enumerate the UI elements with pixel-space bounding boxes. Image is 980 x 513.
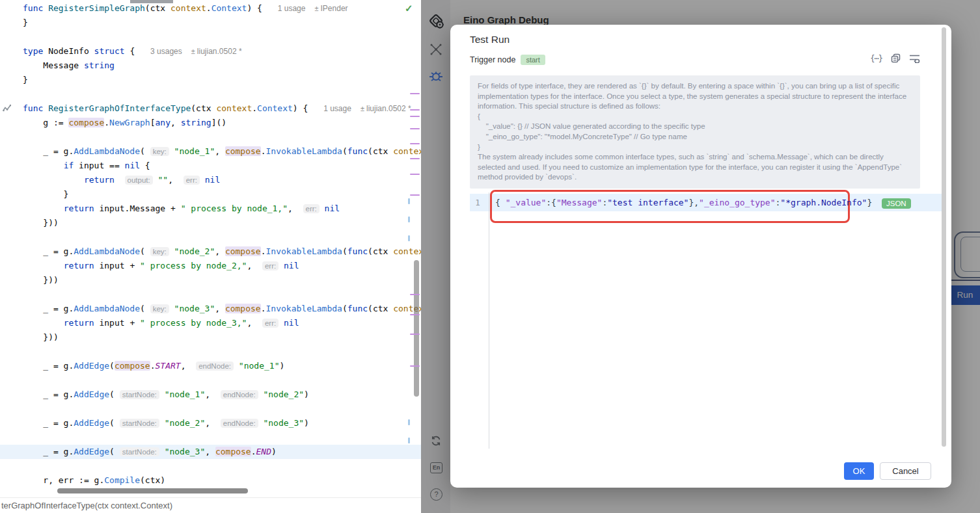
code-token bbox=[234, 361, 239, 371]
code-token: ( bbox=[140, 246, 150, 256]
code-line[interactable]: return input + " process by node_2,", er… bbox=[0, 259, 421, 273]
code-token bbox=[169, 146, 174, 156]
code-line[interactable] bbox=[0, 345, 421, 359]
code-token bbox=[159, 447, 165, 456]
code-token: endNode: bbox=[221, 390, 258, 399]
code-line[interactable]: })) bbox=[0, 330, 421, 345]
code-line[interactable] bbox=[0, 459, 421, 473]
code-line[interactable]: Message string bbox=[0, 59, 421, 73]
code-token bbox=[159, 389, 165, 399]
code-line[interactable]: _ = g.AddLambdaNode( key: "node_1", comp… bbox=[0, 144, 421, 159]
code-line[interactable] bbox=[0, 287, 421, 302]
code-token: "node_1" bbox=[174, 146, 215, 156]
code-token: { bbox=[140, 161, 150, 170]
code-token: type bbox=[23, 46, 48, 56]
code-token: 1 usage bbox=[278, 4, 306, 13]
code-token: err: bbox=[303, 204, 320, 213]
dialog-scrollbar[interactable] bbox=[942, 27, 946, 447]
line-number: 1 bbox=[470, 194, 485, 211]
info-mark bbox=[408, 198, 410, 204]
code-line[interactable]: _ = g.AddLambdaNode( key: "node_2", comp… bbox=[0, 244, 421, 259]
code-line[interactable]: })) bbox=[0, 216, 421, 230]
code-token: compose bbox=[225, 304, 261, 313]
horizontal-scrollbar[interactable] bbox=[57, 488, 248, 493]
code-token: compose bbox=[68, 118, 104, 127]
language-badge: JSON bbox=[882, 198, 911, 209]
code-token: })) bbox=[23, 218, 59, 228]
code-token: startNode: bbox=[120, 419, 159, 428]
code-line[interactable] bbox=[0, 402, 421, 416]
info-mark bbox=[408, 438, 410, 443]
copy-icon[interactable] bbox=[891, 53, 901, 63]
code-token: func bbox=[23, 103, 48, 113]
code-token: ) { bbox=[247, 3, 267, 13]
code-line[interactable]: if input == nil { bbox=[0, 159, 421, 173]
vertical-scrollbar[interactable] bbox=[414, 260, 419, 397]
code-token: if bbox=[64, 161, 74, 170]
code-token: compose bbox=[225, 146, 261, 156]
code-token: Context bbox=[211, 3, 247, 13]
code-token: _ = g. bbox=[23, 361, 74, 371]
code-line[interactable]: _ = g.AddEdge( startNode: "node_2", endN… bbox=[0, 416, 421, 430]
code-token: _ = g. bbox=[23, 246, 74, 256]
code-token: _ = g. bbox=[23, 304, 74, 313]
code-line[interactable] bbox=[0, 130, 421, 144]
inspections-ok-icon[interactable]: ✓ bbox=[405, 3, 413, 14]
code-token: ) bbox=[271, 447, 277, 456]
code-token: . bbox=[261, 304, 266, 313]
code-token: _ = g. bbox=[23, 389, 74, 399]
code-line[interactable]: })) bbox=[0, 273, 421, 287]
code-line[interactable]: func RegisterGraphOfInterfaceType(ctx co… bbox=[0, 101, 421, 116]
code-token: } bbox=[867, 198, 872, 207]
ok-button[interactable]: OK bbox=[844, 462, 874, 480]
code-line[interactable]: _ = g.AddEdge( startNode: "node_1", endN… bbox=[0, 388, 421, 402]
code-line[interactable]: _ = g.AddEdge(compose.START, endNode: "n… bbox=[0, 359, 421, 373]
code-token: ( bbox=[109, 361, 115, 371]
code-line[interactable]: } bbox=[0, 16, 421, 30]
code-token: return bbox=[84, 175, 115, 185]
code-line[interactable]: return input + " process by node_3,", er… bbox=[0, 316, 421, 330]
code-token: "node_2" bbox=[263, 389, 304, 399]
format-json-icon[interactable]: {⋯} bbox=[870, 54, 882, 63]
code-line[interactable]: return output: "", err: nil bbox=[0, 173, 421, 187]
code-line[interactable]: type NodeInfo struct { 3 usagesliujian.0… bbox=[0, 44, 421, 59]
code-token: liujian.0502 * bbox=[191, 47, 242, 56]
code-line[interactable]: return input.Message + " process by node… bbox=[0, 202, 421, 216]
code-line[interactable]: g := compose.NewGraph[any, string]() bbox=[0, 116, 421, 130]
wrap-lines-icon[interactable] bbox=[909, 53, 920, 63]
code-token: "_eino_go_type" bbox=[699, 198, 775, 207]
code-line[interactable] bbox=[0, 87, 421, 101]
code-line[interactable]: func RegisterSimpleGraph(ctx context.Con… bbox=[0, 1, 421, 16]
breadcrumb[interactable]: terGraphOfInterfaceType(ctx context.Cont… bbox=[0, 497, 422, 513]
code-token: nil bbox=[325, 204, 340, 213]
cancel-button[interactable]: Cancel bbox=[880, 462, 931, 480]
code-line[interactable]: _ = g.AddLambdaNode( key: "node_3", comp… bbox=[0, 302, 421, 316]
code-line[interactable] bbox=[0, 373, 421, 388]
code-line[interactable]: } bbox=[0, 187, 421, 202]
code-line[interactable] bbox=[0, 430, 421, 445]
code-token: , bbox=[215, 146, 225, 156]
code-line[interactable]: _ = g.AddEdge( startNode: "node_3", comp… bbox=[0, 445, 421, 459]
code-line[interactable]: r, err := g.Compile(ctx) bbox=[0, 473, 421, 488]
code-token: :{ bbox=[546, 198, 556, 207]
code-token: , bbox=[170, 118, 181, 127]
info-mark bbox=[408, 419, 410, 425]
code-token: return bbox=[64, 318, 94, 328]
json-input[interactable]: { "_value":{"Message":"test interface"},… bbox=[495, 194, 872, 211]
eino-graph-gutter-icon[interactable] bbox=[3, 103, 11, 115]
code-line[interactable]: } bbox=[0, 73, 421, 87]
code-area[interactable]: func RegisterSimpleGraph(ctx context.Con… bbox=[0, 1, 421, 488]
code-token bbox=[320, 204, 325, 213]
code-token: { bbox=[125, 46, 140, 56]
code-token: any bbox=[156, 118, 170, 127]
code-token bbox=[169, 246, 174, 256]
code-line[interactable] bbox=[0, 230, 421, 244]
code-token: , bbox=[205, 389, 220, 399]
code-token: return bbox=[64, 261, 94, 270]
code-token: "test interface" bbox=[607, 198, 688, 207]
code-token: " process by node_2," bbox=[140, 261, 247, 270]
code-token: "node_1" bbox=[165, 389, 206, 399]
code-token: input + bbox=[94, 318, 140, 328]
code-token: . bbox=[261, 146, 266, 156]
code-line[interactable] bbox=[0, 30, 421, 44]
